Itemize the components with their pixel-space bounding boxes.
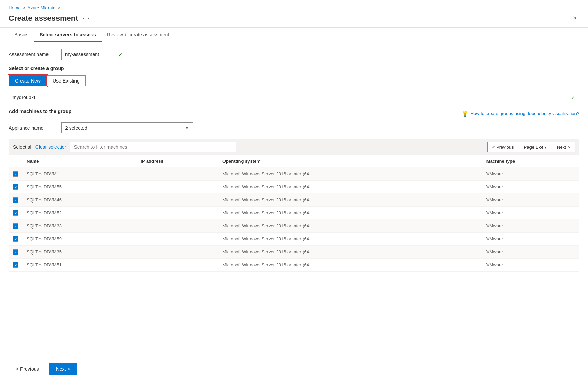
row-os: Microsoft Windows Server 2016 or later (… <box>218 246 482 259</box>
row-name: SQLTestDBVM52 <box>23 206 137 219</box>
row-name: SQLTestDBVM33 <box>23 219 137 233</box>
bulb-icon: 💡 <box>462 110 468 117</box>
row-type: VMware <box>482 246 579 259</box>
row-checkbox[interactable]: ✓ <box>13 210 18 216</box>
row-checkbox[interactable]: ✓ <box>13 197 18 203</box>
group-name-value: mygroup-1 <box>12 95 36 100</box>
row-ip <box>137 193 218 207</box>
breadcrumb-azure-migrate[interactable]: Azure Migrate <box>27 5 55 10</box>
appliance-label: Appliance name <box>9 125 57 131</box>
select-all[interactable]: Select all <box>13 144 33 150</box>
create-new-button[interactable]: Create New <box>9 75 47 86</box>
row-checkbox[interactable]: ✓ <box>13 249 18 255</box>
row-os: Microsoft Windows Server 2016 or later (… <box>218 219 482 233</box>
table-row[interactable]: ✓ SQLTestDBVM55 Microsoft Windows Server… <box>9 180 579 193</box>
table-row[interactable]: ✓ SQLTestDBVM33 Microsoft Windows Server… <box>9 219 579 233</box>
row-checkbox-cell[interactable]: ✓ <box>9 219 23 233</box>
row-name: SQLTestDBVM35 <box>23 246 137 259</box>
row-checkbox-cell[interactable]: ✓ <box>9 246 23 259</box>
col-ip: IP address <box>137 155 218 167</box>
checkbox-check-icon: ✓ <box>14 237 17 241</box>
row-type: VMware <box>482 167 579 181</box>
row-checkbox[interactable]: ✓ <box>13 236 18 242</box>
assessment-name-label: Assessment name <box>9 52 57 57</box>
checkbox-check-icon: ✓ <box>14 172 17 176</box>
search-input[interactable] <box>70 142 236 152</box>
row-name: SQLTestDBVM51 <box>23 258 137 272</box>
next-page-button[interactable]: Next > <box>552 142 575 152</box>
row-os: Microsoft Windows Server 2016 or later (… <box>218 206 482 219</box>
group-name-dropdown[interactable]: mygroup-1 ✓ <box>9 92 579 103</box>
row-checkbox-cell[interactable]: ✓ <box>9 180 23 193</box>
add-machines-header: Add machines to the group 💡 How to creat… <box>9 109 579 118</box>
row-checkbox[interactable]: ✓ <box>13 262 18 268</box>
header-more-options[interactable]: ··· <box>82 14 90 22</box>
tab-review[interactable]: Review + create assessment <box>102 28 175 42</box>
appliance-row: Appliance name 2 selected ▼ <box>9 122 579 133</box>
row-checkbox-cell[interactable]: ✓ <box>9 167 23 181</box>
table-row[interactable]: ✓ SQLTestDBVM51 Microsoft Windows Server… <box>9 258 579 272</box>
bottom-bar: < Previous Next > <box>0 359 588 379</box>
checkbox-check-icon: ✓ <box>14 250 17 254</box>
row-os: Microsoft Windows Server 2016 or later (… <box>218 167 482 181</box>
checkbox-check-icon: ✓ <box>14 198 17 202</box>
row-ip <box>137 206 218 219</box>
breadcrumb: Home > Azure Migrate > <box>0 0 588 10</box>
assessment-name-field: Assessment name my-assessment ✓ <box>9 49 579 60</box>
row-os: Microsoft Windows Server 2016 or later (… <box>218 258 482 272</box>
checkbox-check-icon: ✓ <box>14 211 17 215</box>
row-ip <box>137 167 218 181</box>
clear-selection-link[interactable]: Clear selection <box>35 144 68 150</box>
use-existing-button[interactable]: Use Existing <box>47 75 86 86</box>
row-os: Microsoft Windows Server 2016 or later (… <box>218 180 482 193</box>
row-name: SQLTestDBVM55 <box>23 180 137 193</box>
tab-basics[interactable]: Basics <box>9 28 34 42</box>
col-os: Operating system <box>218 155 482 167</box>
row-ip <box>137 232 218 246</box>
pagination-top: < Previous Page 1 of 7 Next > <box>487 142 575 152</box>
row-type: VMware <box>482 180 579 193</box>
row-type: VMware <box>482 206 579 219</box>
table-row[interactable]: ✓ SQLTestDBVM59 Microsoft Windows Server… <box>9 232 579 246</box>
help-link[interactable]: 💡 How to create groups using dependency … <box>462 110 579 117</box>
close-button[interactable]: × <box>570 13 579 23</box>
appliance-value: 2 selected <box>65 125 87 131</box>
table-row[interactable]: ✓ SQLTestDBVM35 Microsoft Windows Server… <box>9 246 579 259</box>
page-info: Page 1 of 7 <box>519 142 552 152</box>
bottom-next-button[interactable]: Next > <box>49 363 77 375</box>
row-ip <box>137 246 218 259</box>
row-name: SQLTestDBVM46 <box>23 193 137 207</box>
table-row[interactable]: ✓ SQLTestDBVM1 Microsoft Windows Server … <box>9 167 579 181</box>
breadcrumb-sep2: > <box>58 5 60 10</box>
row-os: Microsoft Windows Server 2016 or later (… <box>218 232 482 246</box>
breadcrumb-home[interactable]: Home <box>9 5 21 10</box>
row-type: VMware <box>482 258 579 272</box>
checkbox-check-icon: ✓ <box>14 263 17 267</box>
tab-select-servers[interactable]: Select servers to assess <box>34 28 102 42</box>
row-checkbox-cell[interactable]: ✓ <box>9 258 23 272</box>
appliance-chevron-icon: ▼ <box>185 126 189 130</box>
checkbox-check-icon: ✓ <box>14 185 17 189</box>
prev-page-button[interactable]: < Previous <box>487 142 519 152</box>
page-header: Create assessment ··· × <box>0 10 588 27</box>
row-checkbox[interactable]: ✓ <box>13 171 18 177</box>
row-checkbox-cell[interactable]: ✓ <box>9 232 23 246</box>
row-checkbox-cell[interactable]: ✓ <box>9 193 23 207</box>
table-row[interactable]: ✓ SQLTestDBVM46 Microsoft Windows Server… <box>9 193 579 207</box>
group-name-check-icon: ✓ <box>571 95 576 100</box>
bottom-prev-button[interactable]: < Previous <box>9 363 46 375</box>
row-name: SQLTestDBVM59 <box>23 232 137 246</box>
machines-table: Name IP address Operating system Machine… <box>9 155 579 272</box>
row-ip <box>137 258 218 272</box>
checkbox-check-icon: ✓ <box>14 224 17 228</box>
assessment-name-input[interactable]: my-assessment ✓ <box>61 49 172 60</box>
appliance-dropdown[interactable]: 2 selected ▼ <box>61 122 193 133</box>
row-checkbox-cell[interactable]: ✓ <box>9 206 23 219</box>
row-checkbox[interactable]: ✓ <box>13 184 18 190</box>
assessment-name-check-icon: ✓ <box>118 51 168 58</box>
table-header: Name IP address Operating system Machine… <box>9 155 579 167</box>
row-checkbox[interactable]: ✓ <box>13 223 18 229</box>
table-row[interactable]: ✓ SQLTestDBVM52 Microsoft Windows Server… <box>9 206 579 219</box>
col-type: Machine type <box>482 155 579 167</box>
row-type: VMware <box>482 219 579 233</box>
